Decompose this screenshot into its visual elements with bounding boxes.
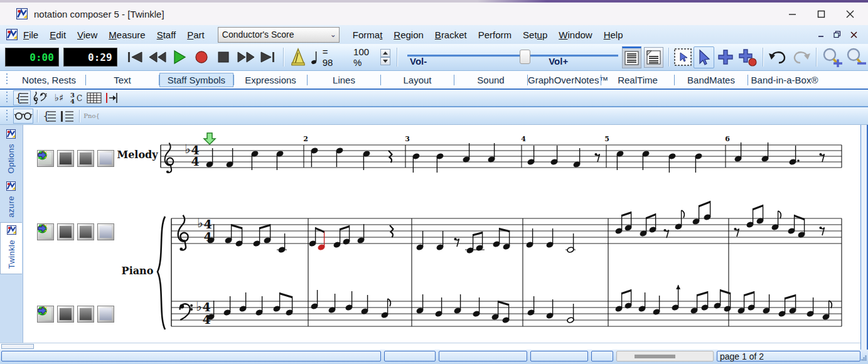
speaker-button[interactable] bbox=[77, 150, 94, 167]
status-bar: page 1 of 2 bbox=[0, 350, 868, 364]
document-tab-azure[interactable]: azure bbox=[0, 179, 22, 223]
status-slider-pane[interactable] bbox=[616, 351, 714, 361]
brace-group-button[interactable]: { bbox=[41, 109, 58, 124]
speaker-button[interactable] bbox=[77, 306, 94, 323]
skip-to-start-button[interactable] bbox=[125, 47, 146, 67]
players-button[interactable] bbox=[57, 150, 74, 167]
players-button[interactable] bbox=[57, 223, 74, 240]
tab-expressions[interactable]: Expressions bbox=[234, 73, 307, 87]
horizontal-scrollbar[interactable] bbox=[0, 343, 860, 350]
menu-bracket[interactable]: Bracket bbox=[429, 29, 473, 40]
status-pane bbox=[591, 351, 613, 361]
tab-graphovernotes-[interactable]: GraphOverNotes™ bbox=[528, 73, 601, 87]
play-part-button[interactable] bbox=[97, 223, 114, 240]
document-tab-options[interactable]: Options bbox=[0, 127, 22, 179]
tempo-value: = 98 bbox=[323, 46, 340, 68]
tab-notes-rests[interactable]: Notes, Rests bbox=[13, 73, 85, 87]
volume-thumb[interactable] bbox=[520, 50, 530, 64]
piano-bass-staff-controls bbox=[37, 306, 117, 323]
select-arrow-button[interactable] bbox=[694, 46, 714, 68]
app-logo-icon bbox=[16, 8, 28, 19]
menu-staff[interactable]: Staff bbox=[151, 29, 182, 40]
menu-perform[interactable]: Perform bbox=[473, 29, 517, 40]
mdi-minimize-icon[interactable] bbox=[813, 28, 829, 41]
undo-button[interactable] bbox=[768, 47, 789, 67]
barline-button[interactable] bbox=[104, 90, 120, 105]
bracket-group-button[interactable] bbox=[59, 109, 75, 124]
tab-text[interactable]: Text bbox=[86, 73, 159, 87]
select-region-button[interactable] bbox=[673, 47, 692, 68]
tab-realtime[interactable]: RealTime bbox=[601, 73, 674, 87]
players-button[interactable] bbox=[57, 306, 74, 323]
continuous-view-button[interactable] bbox=[644, 47, 663, 68]
volume-track[interactable] bbox=[407, 55, 618, 56]
spin-down-icon[interactable] bbox=[380, 57, 390, 65]
add-note-button[interactable] bbox=[715, 47, 736, 67]
mdi-restore-icon[interactable] bbox=[829, 28, 845, 41]
rewind-button[interactable] bbox=[147, 47, 168, 67]
page-indicator: page 1 of 2 bbox=[717, 351, 860, 361]
menu-edit[interactable]: Edit bbox=[44, 29, 72, 40]
maximize-icon[interactable] bbox=[806, 4, 835, 24]
menu-window[interactable]: Window bbox=[553, 29, 597, 40]
fast-forward-button[interactable] bbox=[235, 47, 256, 67]
menu-region[interactable]: Region bbox=[388, 29, 429, 40]
skip-to-end-button[interactable] bbox=[257, 47, 278, 67]
redo-button[interactable] bbox=[790, 47, 812, 67]
add-note-record-button[interactable] bbox=[737, 47, 758, 67]
menu-setup[interactable]: Setup bbox=[517, 29, 553, 40]
menu-help[interactable]: Help bbox=[598, 29, 629, 40]
piano-part-button[interactable]: Pno{ bbox=[83, 109, 100, 124]
document-tab-twinkle[interactable]: Twinkle bbox=[0, 222, 22, 274]
toolbar-drag-handle[interactable] bbox=[5, 73, 9, 86]
close-icon[interactable] bbox=[835, 4, 864, 24]
time-signature-button[interactable]: 34C bbox=[68, 90, 85, 105]
play-part-button[interactable] bbox=[97, 150, 114, 167]
spectacles-view-button[interactable] bbox=[13, 109, 33, 124]
tab-sound[interactable]: Sound bbox=[454, 73, 527, 87]
svg-text:4: 4 bbox=[203, 217, 212, 231]
clefs-button[interactable] bbox=[32, 90, 50, 105]
resize-grip[interactable] bbox=[861, 352, 867, 363]
score-page[interactable]: ♭44♭44♭4423456MelodyPiano bbox=[23, 125, 860, 343]
record-enable-button[interactable] bbox=[37, 223, 54, 240]
spin-up-icon[interactable] bbox=[380, 49, 390, 57]
tab-bandmates[interactable]: BandMates bbox=[675, 73, 747, 87]
toolbar-drag-handle[interactable] bbox=[5, 110, 9, 122]
accidentals-button[interactable]: ♭♯ bbox=[51, 90, 67, 105]
record-enable-button[interactable] bbox=[37, 306, 54, 323]
stop-button[interactable] bbox=[213, 47, 234, 67]
brace-staff-button[interactable]: { bbox=[13, 90, 31, 105]
svg-text:♭: ♭ bbox=[197, 215, 203, 230]
vertical-scrollbar[interactable] bbox=[860, 125, 868, 350]
zoom-in-icon[interactable] bbox=[821, 47, 844, 67]
menu-view[interactable]: View bbox=[72, 29, 103, 40]
record-enable-button[interactable] bbox=[37, 150, 54, 167]
tab-lines[interactable]: Lines bbox=[308, 73, 380, 87]
zoom-spinner[interactable] bbox=[380, 49, 390, 65]
menu-measure[interactable]: Measure bbox=[103, 29, 151, 40]
part-selector[interactable]: Conductor's Score ⌄ bbox=[218, 27, 340, 43]
mdi-close-icon[interactable] bbox=[845, 28, 862, 41]
tab-layout[interactable]: Layout bbox=[381, 73, 454, 87]
page-view-button[interactable] bbox=[622, 46, 641, 68]
speaker-button[interactable] bbox=[77, 223, 94, 240]
status-slider-thumb[interactable] bbox=[635, 355, 675, 358]
play-button[interactable] bbox=[169, 47, 190, 67]
minimize-icon[interactable] bbox=[778, 4, 806, 24]
menu-part[interactable]: Part bbox=[181, 29, 210, 40]
metronome-icon[interactable] bbox=[288, 47, 309, 67]
menu-format[interactable]: Format bbox=[347, 29, 388, 40]
menu-file[interactable]: File bbox=[18, 29, 44, 40]
menu-bar: FileEditViewMeasureStaffPart Conductor's… bbox=[0, 25, 868, 44]
tab-band-in-a-box-[interactable]: Band-in-a-Box® bbox=[748, 73, 821, 87]
toolbar-drag-handle[interactable] bbox=[5, 92, 9, 104]
svg-text:4: 4 bbox=[191, 143, 199, 157]
record-button[interactable] bbox=[191, 47, 212, 67]
view-toolbar: { Pno{ bbox=[0, 107, 868, 125]
horizontal-scrollbar-thumb[interactable] bbox=[1, 344, 34, 349]
zoom-out-icon[interactable] bbox=[845, 47, 867, 67]
staff-grid-button[interactable] bbox=[86, 90, 102, 105]
tab-staff-symbols[interactable]: Staff Symbols bbox=[159, 73, 233, 87]
play-part-button[interactable] bbox=[97, 306, 114, 323]
